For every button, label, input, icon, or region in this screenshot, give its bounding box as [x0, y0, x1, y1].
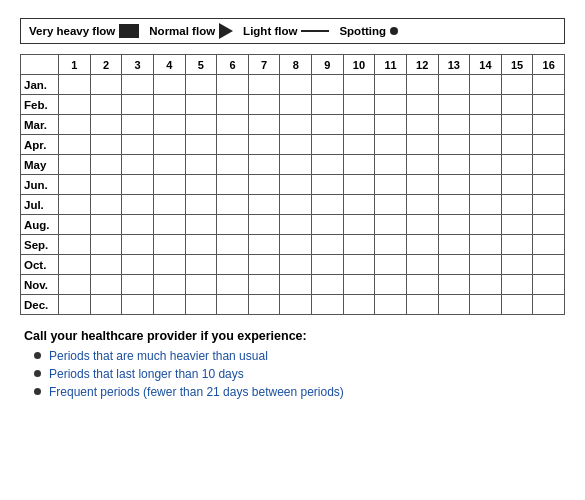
- flow-cell[interactable]: [122, 135, 154, 155]
- flow-cell[interactable]: [312, 175, 344, 195]
- flow-cell[interactable]: [185, 275, 217, 295]
- flow-cell[interactable]: [153, 215, 185, 235]
- flow-cell[interactable]: [501, 95, 533, 115]
- flow-cell[interactable]: [470, 195, 502, 215]
- flow-cell[interactable]: [153, 275, 185, 295]
- flow-cell[interactable]: [375, 275, 407, 295]
- flow-cell[interactable]: [343, 95, 375, 115]
- flow-cell[interactable]: [470, 175, 502, 195]
- flow-cell[interactable]: [90, 235, 122, 255]
- flow-cell[interactable]: [533, 75, 565, 95]
- flow-cell[interactable]: [90, 195, 122, 215]
- flow-cell[interactable]: [90, 275, 122, 295]
- flow-cell[interactable]: [153, 115, 185, 135]
- flow-cell[interactable]: [501, 255, 533, 275]
- flow-cell[interactable]: [248, 115, 280, 135]
- flow-cell[interactable]: [153, 155, 185, 175]
- flow-cell[interactable]: [406, 195, 438, 215]
- flow-cell[interactable]: [122, 255, 154, 275]
- flow-cell[interactable]: [406, 135, 438, 155]
- flow-cell[interactable]: [90, 155, 122, 175]
- flow-cell[interactable]: [90, 295, 122, 315]
- flow-cell[interactable]: [470, 115, 502, 135]
- flow-cell[interactable]: [406, 95, 438, 115]
- flow-cell[interactable]: [185, 255, 217, 275]
- flow-cell[interactable]: [343, 215, 375, 235]
- flow-cell[interactable]: [438, 295, 470, 315]
- flow-cell[interactable]: [438, 275, 470, 295]
- flow-cell[interactable]: [59, 275, 91, 295]
- flow-cell[interactable]: [217, 135, 249, 155]
- flow-cell[interactable]: [406, 275, 438, 295]
- flow-cell[interactable]: [406, 295, 438, 315]
- flow-cell[interactable]: [501, 215, 533, 235]
- flow-cell[interactable]: [438, 235, 470, 255]
- flow-cell[interactable]: [185, 235, 217, 255]
- flow-cell[interactable]: [406, 75, 438, 95]
- flow-cell[interactable]: [533, 155, 565, 175]
- flow-cell[interactable]: [248, 255, 280, 275]
- flow-cell[interactable]: [217, 235, 249, 255]
- flow-cell[interactable]: [59, 95, 91, 115]
- flow-cell[interactable]: [375, 175, 407, 195]
- flow-cell[interactable]: [122, 195, 154, 215]
- flow-cell[interactable]: [312, 135, 344, 155]
- flow-cell[interactable]: [248, 235, 280, 255]
- flow-cell[interactable]: [248, 95, 280, 115]
- flow-cell[interactable]: [312, 235, 344, 255]
- flow-cell[interactable]: [185, 115, 217, 135]
- flow-cell[interactable]: [406, 155, 438, 175]
- flow-cell[interactable]: [90, 75, 122, 95]
- flow-cell[interactable]: [122, 215, 154, 235]
- flow-cell[interactable]: [217, 275, 249, 295]
- flow-cell[interactable]: [375, 235, 407, 255]
- flow-cell[interactable]: [438, 75, 470, 95]
- flow-cell[interactable]: [501, 175, 533, 195]
- flow-cell[interactable]: [122, 115, 154, 135]
- flow-cell[interactable]: [217, 295, 249, 315]
- flow-cell[interactable]: [185, 95, 217, 115]
- flow-cell[interactable]: [501, 115, 533, 135]
- flow-cell[interactable]: [343, 155, 375, 175]
- flow-cell[interactable]: [501, 275, 533, 295]
- flow-cell[interactable]: [312, 215, 344, 235]
- flow-cell[interactable]: [375, 215, 407, 235]
- flow-cell[interactable]: [343, 235, 375, 255]
- flow-cell[interactable]: [59, 115, 91, 135]
- flow-cell[interactable]: [280, 75, 312, 95]
- flow-cell[interactable]: [217, 175, 249, 195]
- flow-cell[interactable]: [90, 135, 122, 155]
- flow-cell[interactable]: [280, 155, 312, 175]
- flow-cell[interactable]: [153, 95, 185, 115]
- flow-cell[interactable]: [533, 235, 565, 255]
- flow-cell[interactable]: [90, 175, 122, 195]
- flow-cell[interactable]: [501, 75, 533, 95]
- flow-cell[interactable]: [406, 215, 438, 235]
- flow-cell[interactable]: [280, 195, 312, 215]
- flow-cell[interactable]: [153, 135, 185, 155]
- flow-cell[interactable]: [470, 155, 502, 175]
- flow-cell[interactable]: [470, 215, 502, 235]
- flow-cell[interactable]: [90, 255, 122, 275]
- flow-cell[interactable]: [533, 175, 565, 195]
- flow-cell[interactable]: [185, 155, 217, 175]
- flow-cell[interactable]: [122, 275, 154, 295]
- flow-cell[interactable]: [280, 175, 312, 195]
- flow-cell[interactable]: [185, 135, 217, 155]
- flow-cell[interactable]: [533, 275, 565, 295]
- flow-cell[interactable]: [153, 175, 185, 195]
- flow-cell[interactable]: [533, 255, 565, 275]
- flow-cell[interactable]: [312, 255, 344, 275]
- flow-cell[interactable]: [438, 195, 470, 215]
- flow-cell[interactable]: [501, 295, 533, 315]
- flow-cell[interactable]: [153, 235, 185, 255]
- flow-cell[interactable]: [312, 295, 344, 315]
- flow-cell[interactable]: [122, 75, 154, 95]
- flow-cell[interactable]: [438, 95, 470, 115]
- flow-cell[interactable]: [59, 75, 91, 95]
- flow-cell[interactable]: [122, 175, 154, 195]
- flow-cell[interactable]: [59, 235, 91, 255]
- flow-cell[interactable]: [470, 295, 502, 315]
- flow-cell[interactable]: [59, 255, 91, 275]
- flow-cell[interactable]: [248, 215, 280, 235]
